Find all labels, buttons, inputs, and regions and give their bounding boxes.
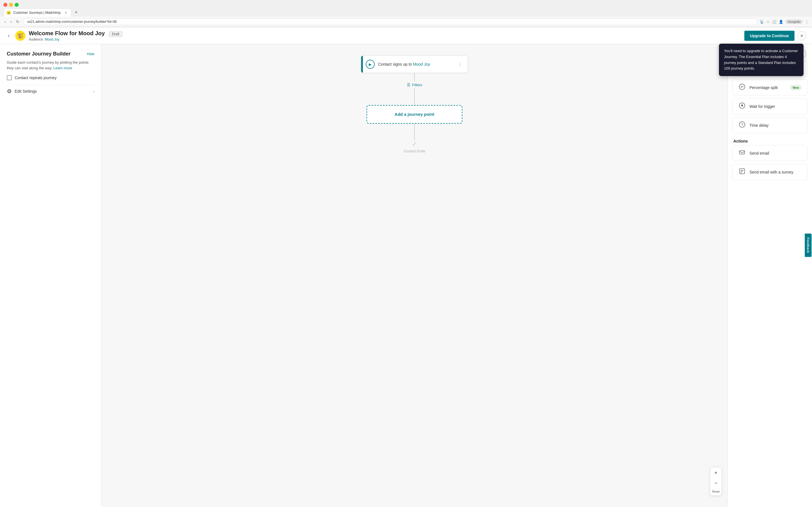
upgrade-button[interactable]: Upgrade to Continue — [744, 31, 795, 41]
active-tab[interactable]: M Customer Journeys | Mailchimp ✕ — [3, 8, 71, 17]
header-left: ‹ 🐒 Welcome Flow for Mood Joy Draft Audi… — [6, 30, 122, 41]
zoom-in-button[interactable]: + — [711, 468, 720, 477]
forward-button[interactable]: › — [9, 19, 13, 24]
contact-exits-label: Contact Exits — [404, 149, 425, 153]
page-title: Welcome Flow for Mood Joy — [29, 30, 105, 36]
new-tab-button[interactable]: + — [72, 8, 80, 17]
refresh-button[interactable]: ↻ — [15, 19, 20, 24]
filters-label: Filters — [412, 83, 422, 87]
trigger-node: ▶ Contact signs up to Mood Joy ⋮ — [361, 55, 468, 73]
close-tab-icon[interactable]: ✕ — [64, 11, 67, 15]
app-body: Customer Journey Builder Hide Guide each… — [0, 44, 812, 507]
tab-favicon: M — [6, 10, 11, 15]
filters-button[interactable]: ☰ Filters — [404, 81, 425, 88]
upgrade-tooltip: You'll need to upgrade to activate a Cus… — [719, 44, 804, 76]
action-item-send-email[interactable]: Send email — [732, 145, 808, 161]
browser-icons: 📡 ☆ ⬜ 👤 Incognito ⋮ — [760, 19, 809, 24]
feedback-tab[interactable]: Feedback — [805, 233, 812, 257]
title-row: Welcome Flow for Mood Joy Draft — [29, 30, 122, 37]
svg-rect-8 — [740, 151, 745, 154]
avatar-icon: 👤 — [779, 20, 783, 24]
tab-title: Customer Journeys | Mailchimp — [13, 11, 61, 15]
trigger-play-icon: ▶ — [366, 60, 375, 69]
tooltip-text: You'll need to upgrade to activate a Cus… — [724, 49, 798, 70]
incognito-badge: Incognito — [785, 19, 803, 24]
flow-line-4 — [414, 124, 415, 132]
exits-checkmark-icon: ✓ — [412, 140, 417, 147]
zoom-out-button[interactable]: − — [711, 478, 720, 488]
header-right: Upgrade to Continue ✕ — [744, 31, 806, 41]
learn-more-link[interactable]: Learn more — [53, 66, 72, 70]
journey-flow: ▶ Contact signs up to Mood Joy ⋮ ☰ Filte… — [344, 55, 485, 153]
sidebar-title: Customer Journey Builder — [7, 51, 70, 57]
add-journey-text: Add a journey point — [395, 112, 435, 117]
extensions-icon: ⬜ — [772, 20, 776, 24]
rule-item-wait-trigger[interactable]: Wait for trigger — [732, 98, 808, 114]
add-journey-point-box[interactable]: Add a journey point — [366, 105, 462, 124]
edit-settings-left: ⚙ Edit Settings — [7, 88, 37, 95]
url-input[interactable] — [23, 18, 757, 25]
send-email-survey-icon — [738, 168, 746, 176]
contact-repeats-label: Contact repeats journey — [15, 75, 57, 80]
mailchimp-logo: 🐒 — [15, 31, 26, 41]
svg-rect-6 — [742, 105, 743, 107]
filter-icon: ☰ — [407, 82, 410, 87]
trigger-text: Contact signs up to Mood Joy — [378, 62, 453, 66]
trigger-border — [361, 56, 363, 73]
rule-item-time-delay[interactable]: Time delay — [732, 117, 808, 133]
svg-text:M: M — [8, 11, 10, 14]
cast-icon: 📡 — [760, 20, 764, 24]
flow-line-2 — [414, 88, 415, 97]
zoom-controls: + − Reset — [710, 467, 722, 496]
send-email-survey-label: Send email with a survey — [749, 170, 802, 174]
chevron-right-icon: › — [93, 89, 94, 94]
send-email-label: Send email — [749, 151, 802, 156]
rules-panel: Rules ✕ If/Else Percentage split New — [727, 44, 812, 507]
send-email-icon — [738, 149, 746, 157]
percentage-split-icon — [738, 83, 746, 91]
wait-trigger-label: Wait for trigger — [749, 104, 802, 109]
audience-prefix: Audience: — [29, 38, 45, 41]
hide-button[interactable]: Hide — [87, 52, 94, 56]
browser-chrome: M Customer Journeys | Mailchimp ✕ + ‹ › … — [0, 0, 812, 27]
draft-badge: Draft — [109, 31, 122, 37]
back-button[interactable]: ‹ — [3, 19, 7, 24]
svg-rect-9 — [740, 169, 745, 174]
flow-line-3 — [414, 97, 415, 105]
title-section: Welcome Flow for Mood Joy Draft Audience… — [29, 30, 122, 41]
bookmark-icon: ☆ — [766, 20, 770, 24]
sidebar-header: Customer Journey Builder Hide — [7, 51, 94, 57]
audience-line: Audience: Mood Joy — [29, 38, 122, 41]
traffic-light-yellow[interactable] — [9, 3, 13, 7]
address-bar: ‹ › ↻ 📡 ☆ ⬜ 👤 Incognito ⋮ — [0, 17, 812, 27]
sidebar-description: Guide each contact's journey by plotting… — [7, 60, 94, 71]
contact-exits: ✓ Contact Exits — [404, 140, 425, 153]
time-delay-icon — [738, 121, 746, 129]
trigger-menu-button[interactable]: ⋮ — [456, 61, 463, 68]
close-header-button[interactable]: ✕ — [797, 31, 806, 40]
rule-item-percentage-split[interactable]: Percentage split New — [732, 79, 808, 96]
menu-icon[interactable]: ⋮ — [805, 20, 809, 24]
edit-settings-label: Edit Settings — [15, 89, 37, 94]
audience-link[interactable]: Mood Joy — [45, 38, 59, 41]
time-delay-label: Time delay — [749, 123, 802, 128]
percentage-split-label: Percentage split — [749, 86, 786, 90]
feedback-label: Feedback — [807, 237, 810, 253]
contact-repeats-checkbox[interactable] — [7, 75, 12, 80]
actions-section-label: Actions — [728, 136, 812, 145]
traffic-light-green[interactable] — [15, 3, 18, 7]
flow-line-1 — [414, 73, 415, 81]
settings-gear-icon: ⚙ — [7, 88, 12, 95]
traffic-light-red[interactable] — [3, 3, 7, 7]
flow-line-5 — [414, 132, 415, 140]
back-arrow-button[interactable]: ‹ — [6, 32, 12, 40]
action-item-send-email-survey[interactable]: Send email with a survey — [732, 164, 808, 180]
percentage-split-new-badge: New — [790, 85, 802, 90]
edit-settings-row[interactable]: ⚙ Edit Settings › — [7, 85, 94, 98]
contact-repeats-option: Contact repeats journey — [7, 75, 94, 80]
sidebar: Customer Journey Builder Hide Guide each… — [0, 44, 101, 507]
trigger-audience-link[interactable]: Mood Joy — [413, 62, 430, 66]
zoom-reset-button[interactable]: Reset — [711, 489, 720, 494]
svg-rect-5 — [741, 105, 742, 107]
tab-bar: M Customer Journeys | Mailchimp ✕ + — [0, 8, 812, 17]
